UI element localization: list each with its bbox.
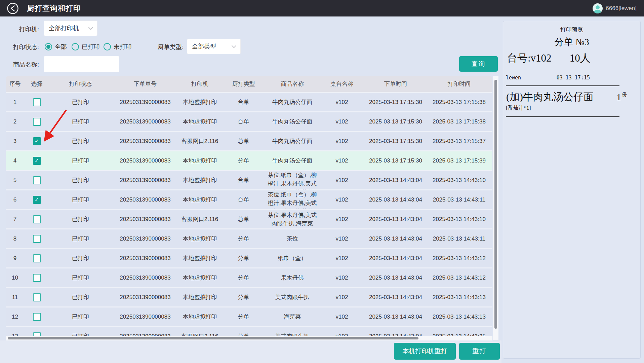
cell-index: 8 — [6, 229, 24, 248]
cell-select — [24, 171, 49, 189]
cell-index: 5 — [6, 171, 24, 189]
cell-print-time: 2025-03-13 14:43:12 — [426, 268, 492, 287]
user-menu[interactable]: 6666[lewen] — [593, 0, 637, 16]
cell-kitchen-type: 总单 — [221, 132, 266, 150]
product-name-input[interactable] — [44, 56, 119, 72]
cell-table-name: v102 — [318, 93, 365, 111]
table-row[interactable]: 10 已打印 2025031390000083 本地虚拟打印 分单 果木丹佛 v… — [6, 267, 492, 287]
radio-status-printed[interactable]: 已打印 — [72, 43, 100, 51]
radio-status-all[interactable]: 全部 — [45, 43, 67, 51]
cell-select — [24, 151, 49, 170]
radio-status-unprinted[interactable]: 未打印 — [104, 43, 132, 51]
back-arrow-icon — [7, 2, 19, 14]
page-title: 厨打查询和打印 — [27, 3, 81, 13]
table-row[interactable]: 4 已打印 2025031390000083 本地虚拟打印 分单 牛肉丸汤公仔面… — [6, 150, 492, 170]
cell-product-name: 牛肉丸汤公仔面 — [266, 132, 318, 150]
table-row[interactable]: 2 已打印 2025031390000083 本地虚拟打印 台单 牛肉丸汤公仔面… — [6, 111, 492, 131]
row-checkbox[interactable] — [33, 176, 41, 184]
cell-table-name: v102 — [318, 307, 365, 326]
cell-select — [24, 210, 49, 228]
kitchen-type-select[interactable]: 全部类型 — [187, 39, 241, 54]
ticket-item-name: (加)牛肉丸汤公仔面 — [506, 90, 616, 104]
row-checkbox[interactable] — [33, 196, 41, 204]
table-row[interactable]: 8 已打印 2025031390000083 本地虚拟打印 分单 茶位 v102… — [6, 228, 492, 248]
cell-table-name: v102 — [318, 112, 365, 131]
query-button[interactable]: 查询 — [459, 56, 498, 72]
row-checkbox[interactable] — [33, 293, 41, 301]
user-avatar-icon — [593, 3, 603, 13]
row-checkbox[interactable] — [33, 313, 41, 321]
column-header-8: 下单时间 — [365, 76, 426, 92]
chevron-down-icon — [232, 43, 236, 48]
row-checkbox[interactable] — [33, 98, 41, 106]
cell-index: 11 — [6, 288, 24, 306]
cell-index: 3 — [6, 132, 24, 150]
cell-print-status: 已打印 — [49, 268, 112, 287]
column-header-2: 打印状态 — [49, 76, 112, 92]
cell-order-time: 2025-03-13 14:43:04 — [365, 268, 426, 287]
cell-print-status: 已打印 — [49, 288, 112, 306]
table-row[interactable]: 12 已打印 2025031390000083 本地虚拟打印 分单 海芽菜 v1… — [6, 306, 492, 326]
cell-table-name: v102 — [318, 210, 365, 228]
cell-order-no: 2025031390000083 — [112, 151, 179, 170]
cell-printer: 客服网口2.116 — [179, 132, 221, 150]
row-checkbox[interactable] — [33, 118, 41, 126]
vertical-scrollbar-thumb[interactable] — [494, 80, 497, 329]
back-button[interactable] — [7, 2, 19, 14]
cell-product-name: 果木丹佛 — [266, 268, 318, 287]
cell-print-time: 2025-03-13 14:43:10 — [426, 210, 492, 228]
cell-select — [24, 268, 49, 287]
row-checkbox[interactable] — [33, 254, 41, 262]
table-row[interactable]: 3 已打印 2025031390000083 客服网口2.116 总单 牛肉丸汤… — [6, 131, 492, 150]
table-body: 1 已打印 2025031390000083 本地虚拟打印 台单 牛肉丸汤公仔面… — [6, 92, 492, 340]
cell-order-time: 2025-03-13 14:43:04 — [365, 229, 426, 248]
local-printer-reprint-button[interactable]: 本机打印机重打 — [394, 343, 456, 360]
row-checkbox[interactable] — [33, 215, 41, 223]
ticket-guest-count: 10人 — [570, 51, 591, 65]
cell-select — [24, 112, 49, 131]
table-row[interactable]: 9 已打印 2025031390000083 本地虚拟打印 分单 纸巾（盒） v… — [6, 248, 492, 267]
radio-icon — [72, 43, 79, 50]
cell-print-status: 已打印 — [49, 307, 112, 326]
reprint-button[interactable]: 重打 — [459, 343, 500, 360]
cell-printer: 本地虚拟打印 — [179, 93, 221, 111]
cell-select — [24, 190, 49, 209]
horizontal-scrollbar-thumb[interactable] — [8, 337, 418, 339]
table-row[interactable]: 5 已打印 2025031390000083 本地虚拟打印 台单 茶位,纸巾（盒… — [6, 170, 492, 189]
row-checkbox[interactable] — [33, 157, 41, 165]
row-checkbox[interactable] — [33, 235, 41, 243]
row-checkbox[interactable] — [33, 137, 41, 145]
cell-printer: 本地虚拟打印 — [179, 190, 221, 209]
cell-index: 10 — [6, 268, 24, 287]
printer-label: 打印机: — [19, 25, 39, 33]
printer-select[interactable]: 全部打印机 — [44, 21, 97, 36]
cell-order-no: 2025031390000083 — [112, 229, 179, 248]
printer-select-value: 全部打印机 — [49, 24, 79, 32]
table-row[interactable]: 11 已打印 2025031390000083 本地虚拟打印 分单 美式肉眼牛扒… — [6, 287, 492, 306]
column-header-1: 选择 — [24, 76, 49, 92]
table-row[interactable]: 1 已打印 2025031390000083 本地虚拟打印 台单 牛肉丸汤公仔面… — [6, 92, 492, 111]
cell-print-time: 2025-03-13 17:15:38 — [426, 112, 492, 131]
ticket-time: 03-13 17:15 — [557, 75, 590, 81]
cell-table-name: v102 — [318, 151, 365, 170]
cell-table-name: v102 — [318, 229, 365, 248]
product-name-label: 商品名称: — [13, 61, 39, 69]
row-checkbox[interactable] — [33, 274, 41, 282]
table-row[interactable]: 7 已打印 2025031390000083 客服网口2.116 总单 茶位,果… — [6, 209, 492, 228]
cell-printer: 本地虚拟打印 — [179, 171, 221, 189]
table-row[interactable]: 6 已打印 2025031390000083 本地虚拟打印 台单 茶位,纸巾（盒… — [6, 189, 492, 209]
ticket-operator: lewen — [506, 75, 521, 81]
cell-order-no: 2025031390000083 — [112, 307, 179, 326]
ticket-divider — [506, 116, 619, 117]
cell-print-status: 已打印 — [49, 132, 112, 150]
cell-printer: 客服网口2.116 — [179, 210, 221, 228]
column-header-9: 打印时间 — [426, 76, 492, 92]
cell-print-status: 已打印 — [49, 112, 112, 131]
cell-order-no: 2025031390000083 — [112, 93, 179, 111]
cell-print-status: 已打印 — [49, 93, 112, 111]
cell-order-time: 2025-03-13 17:15:30 — [365, 132, 426, 150]
preview-title: 打印预览 — [503, 26, 640, 34]
cell-kitchen-type: 分单 — [221, 268, 266, 287]
column-header-5: 厨打类型 — [221, 76, 266, 92]
radio-selected-icon — [45, 43, 52, 50]
